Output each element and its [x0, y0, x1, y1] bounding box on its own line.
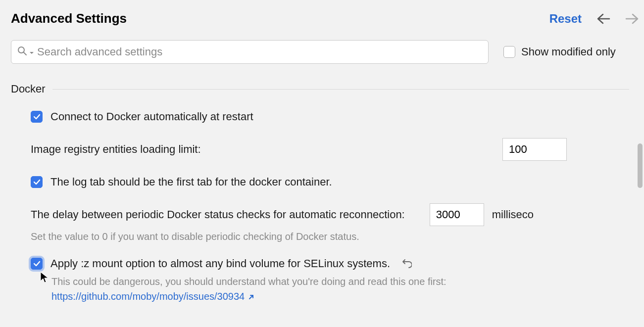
- selinux-checkbox[interactable]: [31, 258, 43, 270]
- connect-auto-checkbox[interactable]: [31, 111, 43, 123]
- show-modified-label: Show modified only: [521, 46, 616, 58]
- registry-limit-label: Image registry entities loading limit:: [31, 143, 201, 156]
- search-field-wrap[interactable]: [11, 40, 489, 64]
- registry-limit-input[interactable]: [502, 138, 567, 161]
- connect-auto-label: Connect to Docker automatically at resta…: [50, 110, 253, 123]
- section-divider: [52, 89, 629, 90]
- selinux-link[interactable]: https://github.com/moby/moby/issues/3093…: [51, 291, 245, 302]
- back-arrow-icon[interactable]: [596, 13, 610, 24]
- svg-line-1: [24, 52, 26, 55]
- status-delay-label: The delay between periodic Docker status…: [31, 208, 405, 221]
- search-input[interactable]: [36, 45, 482, 59]
- search-dropdown-icon[interactable]: [29, 46, 34, 58]
- status-delay-hint: Set the value to 0 if you want to disabl…: [31, 231, 629, 242]
- log-first-checkbox[interactable]: [31, 176, 43, 188]
- show-modified-checkbox[interactable]: [503, 46, 515, 58]
- scrollbar-thumb[interactable]: [638, 143, 643, 188]
- status-delay-unit: milliseco: [492, 208, 542, 221]
- forward-arrow-icon: [625, 13, 639, 24]
- svg-point-0: [18, 47, 24, 53]
- section-title-docker: Docker: [11, 83, 46, 95]
- revert-icon[interactable]: [401, 258, 412, 269]
- selinux-desc: This could be dangerous, you should unde…: [51, 276, 446, 287]
- status-delay-input[interactable]: [430, 203, 484, 226]
- external-link-icon: [248, 291, 254, 302]
- selinux-label: Apply :z mount option to almost any bind…: [50, 257, 390, 270]
- page-title: Advanced Settings: [11, 11, 127, 26]
- log-first-label: The log tab should be the first tab for …: [50, 176, 332, 188]
- search-icon: [17, 46, 27, 58]
- reset-button[interactable]: Reset: [549, 12, 582, 26]
